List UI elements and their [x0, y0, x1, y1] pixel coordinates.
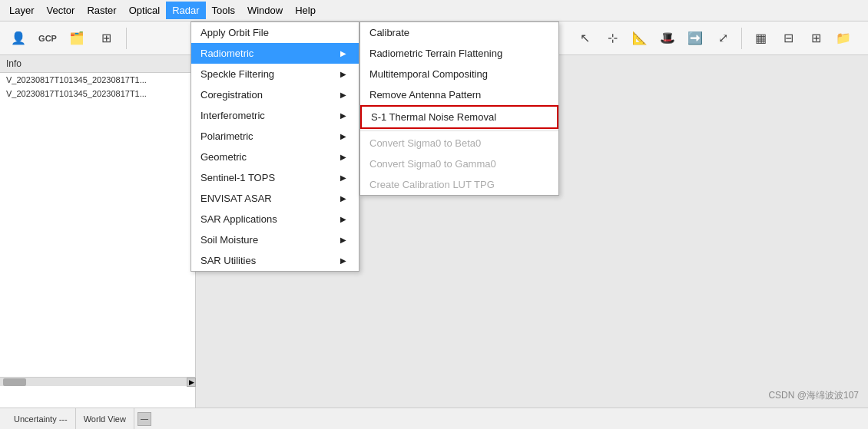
gcp-button[interactable]: GCP [35, 26, 60, 51]
radiometric-multitemporal[interactable]: Multitemporal Compositing [360, 64, 558, 84]
menu-radar[interactable]: Radar [166, 2, 205, 19]
radiometric-submenu: Calibrate Radiometric Terrain Flattening… [359, 21, 559, 196]
radiometric-sigma0-beta0: Convert Sigma0 to Beta0 [360, 133, 558, 153]
hscrollbar-container: ▶ [0, 377, 196, 386]
radar-menu-radiometric[interactable]: Radiometric ▶ [191, 43, 359, 64]
menu-tools[interactable]: Tools [206, 2, 241, 19]
radar-menu-speckle[interactable]: Speckle Filtering ▶ [191, 64, 359, 84]
radar-menu-interferometric[interactable]: Interferometric ▶ [191, 105, 359, 126]
left-panel-item-2[interactable]: V_20230817T101345_20230817T1... [0, 87, 195, 101]
coregistration-arrow: ▶ [340, 91, 346, 99]
radar-menu-geometric[interactable]: Geometric ▶ [191, 147, 359, 167]
select-icon[interactable]: ⊹ [600, 26, 624, 51]
soil-arrow: ▶ [340, 236, 346, 244]
watermark: CSDN @海绵波波107 [768, 389, 859, 402]
radiometric-arrow: ▶ [340, 49, 346, 58]
radiometric-calibration-lut: Create Calibration LUT TPG [360, 174, 558, 195]
sar-util-arrow: ▶ [340, 256, 346, 265]
menu-raster[interactable]: Raster [81, 2, 122, 19]
toolbar-separator-2 [741, 28, 742, 49]
nav-icon[interactable]: ⤢ [711, 26, 735, 51]
radar-menu-coregistration[interactable]: Coregistration ▶ [191, 84, 359, 105]
radar-dropdown: Apply Orbit File Radiometric ▶ Speckle F… [190, 21, 359, 272]
speckle-arrow: ▶ [340, 70, 346, 78]
envisat-arrow: ▶ [340, 194, 346, 203]
left-panel-header: Info [0, 55, 195, 73]
radiometric-calibrate[interactable]: Calibrate [360, 22, 558, 43]
statusbar-uncertainty: Uncertainty --- [6, 408, 76, 429]
menu-optical[interactable]: Optical [123, 2, 166, 19]
person-icon[interactable]: 👤 [6, 26, 31, 51]
table-icon[interactable]: ⊟ [776, 26, 800, 51]
statusbar: Uncertainty --- World View — [0, 408, 868, 429]
toolbar-separator-1 [126, 28, 127, 49]
arrow-right-icon[interactable]: ➡️ [683, 26, 707, 51]
statusbar-worldview: World View [76, 408, 134, 429]
radar-menu-sar-util[interactable]: SAR Utilities ▶ [191, 250, 359, 271]
radiometric-sep [360, 130, 558, 131]
grid-view-icon[interactable]: ▦ [748, 26, 773, 51]
menu-help[interactable]: Help [289, 2, 322, 19]
radar-menu-polarimetric[interactable]: Polarimetric ▶ [191, 126, 359, 147]
radar-menu-apply-orbit[interactable]: Apply Orbit File [191, 22, 359, 43]
tile-icon[interactable]: ⊞ [803, 26, 828, 51]
scrollbar-right-arrow[interactable]: ▶ [187, 378, 196, 387]
hat-icon[interactable]: 🎩 [655, 26, 680, 51]
menu-layer[interactable]: Layer [3, 2, 41, 19]
radiometric-sigma0-gamma0: Convert Sigma0 to Gamma0 [360, 153, 558, 174]
left-panel-item-1[interactable]: V_20230817T101345_20230817T1... [0, 73, 195, 87]
folder-icon[interactable]: 📁 [831, 26, 856, 51]
horizontal-scrollbar[interactable]: ▶ [0, 377, 196, 386]
radiometric-terrain-flatten[interactable]: Radiometric Terrain Flattening [360, 43, 558, 64]
radar-menu-sentinel1[interactable]: Sentinel-1 TOPS ▶ [191, 167, 359, 188]
layers-icon[interactable]: 🗂️ [65, 26, 89, 51]
radar-menu-envisat[interactable]: ENVISAT ASAR ▶ [191, 188, 359, 209]
menubar: Layer Vector Raster Optical Radar Tools … [0, 0, 868, 21]
grid-icon[interactable]: ⊞ [94, 26, 118, 51]
left-panel: Info V_20230817T101345_20230817T1... V_2… [0, 55, 196, 408]
geometric-arrow: ▶ [340, 153, 346, 161]
sentinel1-arrow: ▶ [340, 173, 346, 182]
radar-menu-soil[interactable]: Soil Moisture ▶ [191, 229, 359, 250]
menu-window[interactable]: Window [241, 2, 289, 19]
menu-vector[interactable]: Vector [41, 2, 81, 19]
sar-apps-arrow: ▶ [340, 215, 346, 223]
scrollbar-thumb[interactable] [3, 378, 26, 386]
radar-menu-sar-apps[interactable]: SAR Applications ▶ [191, 209, 359, 229]
interferometric-arrow: ▶ [340, 111, 346, 120]
measure-icon[interactable]: 📐 [628, 26, 652, 51]
radiometric-remove-antenna[interactable]: Remove Antenna Pattern [360, 84, 558, 105]
statusbar-minus-button[interactable]: — [137, 412, 151, 426]
cursor-icon[interactable]: ↖ [572, 26, 597, 51]
radiometric-s1-thermal[interactable]: S-1 Thermal Noise Removal [360, 105, 558, 129]
polarimetric-arrow: ▶ [340, 132, 346, 140]
